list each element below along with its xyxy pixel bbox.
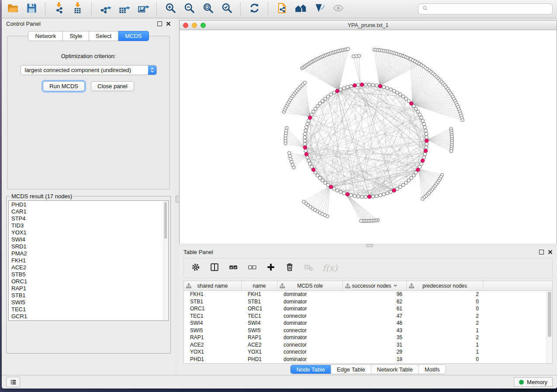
table-row[interactable]: YOX1YOX1connector291 (184, 348, 547, 356)
tab-select[interactable]: Select (89, 31, 118, 41)
network-window-titlebar[interactable]: YPA_prune.txt_1 (180, 21, 557, 30)
delete-columns-button[interactable] (285, 262, 294, 274)
tab-edge-table[interactable]: Edge Table (331, 365, 371, 374)
deselect-all-rows-button[interactable] (247, 262, 257, 274)
close-network-window-button[interactable] (183, 23, 188, 28)
mcds-result-item[interactable]: SRD1 (11, 243, 166, 250)
table-row[interactable]: SWI5SWI5connector431 (184, 327, 547, 334)
cell-predecessor-nodes[interactable]: 0 (407, 306, 483, 312)
mcds-result-item[interactable]: SWI5 (11, 299, 166, 306)
cell-mcds-role[interactable]: dominator (277, 306, 343, 312)
table-row[interactable]: FKH1FKH1dominator962 (184, 291, 547, 298)
mcds-result-item[interactable]: STB5 (11, 271, 166, 278)
cell-successor-nodes[interactable]: 61 (343, 306, 407, 312)
import-network-button[interactable] (52, 3, 66, 16)
save-session-button[interactable] (25, 3, 38, 16)
mcds-result-item[interactable]: GCR1 (11, 313, 166, 320)
cell-mcds-role[interactable]: dominator (277, 356, 343, 362)
select-all-rows-button[interactable] (228, 262, 238, 274)
tab-style[interactable]: Style (63, 31, 89, 41)
column-header-shared-name[interactable]: shared name (184, 281, 242, 290)
mcds-list-scroll-thumb[interactable] (164, 202, 167, 239)
tab-node-table[interactable]: Node Table (291, 365, 331, 374)
export-table-button[interactable] (118, 3, 131, 16)
cell-mcds-role[interactable]: connector (277, 349, 343, 355)
cell-predecessor-nodes[interactable]: 1 (407, 327, 483, 334)
mcds-result-item[interactable]: STP4 (11, 215, 166, 222)
cell-shared-name[interactable]: FKH1 (184, 291, 242, 297)
cell-name[interactable]: RAP1 (242, 334, 277, 340)
cell-predecessor-nodes[interactable]: 2 (407, 313, 483, 319)
birds-eye-view-button[interactable] (332, 3, 345, 16)
zoom-selected-button[interactable] (220, 3, 233, 16)
cell-successor-nodes[interactable]: 43 (343, 327, 407, 334)
table-row[interactable]: ORC1ORC1dominator610 (184, 305, 547, 313)
column-selector-button[interactable] (210, 262, 219, 274)
table-scroll-thumb[interactable] (548, 292, 551, 337)
ndex-browse-button[interactable] (294, 3, 307, 16)
cell-name[interactable]: YOX1 (242, 349, 277, 355)
table-row[interactable]: ACE2ACE2connector311 (184, 341, 547, 349)
import-table-button[interactable] (71, 3, 84, 16)
tab-motifs[interactable]: Motifs (419, 365, 446, 374)
cell-name[interactable]: STB1 (242, 299, 277, 305)
cell-successor-nodes[interactable]: 47 (343, 313, 407, 319)
apply-layout-button[interactable] (248, 3, 261, 16)
mcds-result-item[interactable]: SWI4 (11, 236, 166, 243)
cell-shared-name[interactable]: PHD1 (184, 356, 242, 362)
cell-shared-name[interactable]: SWI4 (184, 320, 242, 326)
cell-name[interactable]: TEC1 (242, 313, 277, 319)
cell-predecessor-nodes[interactable]: 0 (407, 299, 483, 305)
cell-predecessor-nodes[interactable]: 1 (407, 349, 483, 355)
add-column-button[interactable] (266, 262, 276, 274)
cell-mcds-role[interactable]: dominator (277, 291, 343, 297)
table-row[interactable]: TEC1TEC1connector472 (184, 313, 547, 320)
mcds-result-item[interactable]: YOX1 (11, 229, 166, 236)
task-history-button[interactable] (6, 377, 20, 387)
mcds-result-item[interactable]: RAP1 (11, 285, 166, 292)
table-row[interactable]: RAP1RAP1dominator352 (184, 334, 547, 341)
cell-predecessor-nodes[interactable]: 2 (407, 291, 483, 297)
delete-table-button[interactable] (304, 262, 313, 274)
tab-network[interactable]: Network (28, 31, 63, 41)
column-header-name[interactable]: name (242, 281, 277, 290)
cell-successor-nodes[interactable]: 29 (343, 349, 407, 355)
cell-predecessor-nodes[interactable]: 2 (407, 334, 483, 340)
cell-name[interactable]: FKH1 (242, 291, 277, 297)
horizontal-splitter[interactable] (179, 244, 557, 247)
mcds-result-item[interactable]: ORC1 (11, 278, 166, 285)
close-table-panel-button[interactable] (548, 250, 553, 254)
column-header-mcds-role[interactable]: MCDS role (277, 281, 343, 290)
criterion-dropdown[interactable]: largest connected component (undirected) (21, 65, 157, 75)
mcds-result-item[interactable]: PHD1 (11, 201, 166, 208)
cell-shared-name[interactable]: TEC1 (184, 313, 242, 319)
cell-mcds-role[interactable]: connector (277, 313, 343, 319)
maximize-network-window-button[interactable] (201, 23, 206, 28)
zoom-in-button[interactable] (164, 3, 177, 16)
horizontal-splitter-grip[interactable] (366, 244, 373, 247)
table-settings-button[interactable] (191, 262, 201, 274)
cell-shared-name[interactable]: ORC1 (184, 306, 242, 312)
column-header-successor-nodes[interactable]: successor nodes (343, 281, 407, 290)
cell-mcds-role[interactable]: dominator (277, 320, 343, 326)
cell-successor-nodes[interactable]: 62 (343, 299, 407, 305)
table-row[interactable]: STB1STB1dominator620 (184, 298, 547, 306)
tab-mcds[interactable]: MCDS (118, 31, 149, 41)
cell-successor-nodes[interactable]: 96 (343, 291, 407, 297)
mcds-result-item[interactable]: PMA2 (11, 250, 166, 257)
graphics-details-button[interactable] (313, 3, 326, 16)
cell-mcds-role[interactable]: connector (277, 327, 343, 334)
minimize-network-window-button[interactable] (192, 23, 197, 28)
cell-mcds-role[interactable]: dominator (277, 299, 343, 305)
mcds-list-scrollbar[interactable] (163, 201, 168, 320)
table-row[interactable]: SWI4SWI4dominator462 (184, 320, 547, 327)
open-file-button[interactable] (6, 3, 19, 16)
mcds-result-item[interactable]: STB1 (11, 292, 166, 299)
cell-successor-nodes[interactable]: 46 (343, 320, 407, 326)
cell-successor-nodes[interactable]: 31 (343, 342, 407, 348)
cell-predecessor-nodes[interactable]: 2 (407, 320, 483, 326)
mcds-result-item[interactable]: TEC1 (11, 306, 166, 313)
network-canvas[interactable] (180, 30, 557, 244)
export-network-button[interactable] (99, 3, 112, 16)
search-box[interactable] (418, 3, 553, 14)
